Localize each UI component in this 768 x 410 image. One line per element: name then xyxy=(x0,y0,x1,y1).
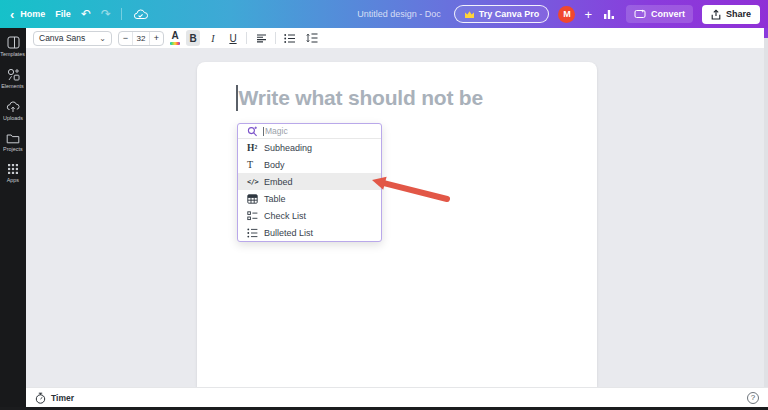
share-icon xyxy=(711,9,721,20)
share-button[interactable]: Share xyxy=(702,5,760,24)
menu-item-check-list[interactable]: Check List xyxy=(238,207,381,224)
check-list-icon xyxy=(247,211,264,221)
undo-icon[interactable]: ↶ xyxy=(81,8,91,20)
uploads-icon xyxy=(6,100,20,113)
bulleted-list-icon[interactable] xyxy=(282,30,298,46)
convert-label: Convert xyxy=(651,9,685,19)
sidebar-item-elements[interactable]: Elements xyxy=(0,68,26,89)
text-color-button[interactable]: A xyxy=(170,31,180,45)
convert-button[interactable]: Convert xyxy=(626,5,693,23)
magic-search-placeholder: Magic xyxy=(265,126,288,136)
share-label: Share xyxy=(726,9,751,19)
sidebar: Templates Elements Uploads Projects xyxy=(0,28,26,410)
text-cursor xyxy=(236,85,238,111)
templates-icon xyxy=(7,36,20,49)
help-button[interactable]: ? xyxy=(747,392,759,404)
table-icon xyxy=(247,194,264,204)
format-toolbar: Canva Sans ⌄ − 32 + A B I U xyxy=(26,28,768,48)
topbar-divider xyxy=(121,8,122,20)
insert-element-dropdown: Magic H² Subheading T Body </> Embed xyxy=(237,123,382,242)
font-size-stepper: − 32 + xyxy=(118,31,164,46)
document-canvas: Write what should not be Magic H² Subhea… xyxy=(26,48,768,387)
italic-button[interactable]: I xyxy=(206,30,220,46)
sidebar-item-label: Templates xyxy=(1,51,26,56)
font-size-decrease-button[interactable]: − xyxy=(119,32,132,45)
try-canva-pro-label: Try Canva Pro xyxy=(479,9,540,19)
insights-chart-icon[interactable] xyxy=(601,6,617,22)
magic-search-input[interactable]: Magic xyxy=(238,124,381,139)
chevron-down-icon: ⌄ xyxy=(99,34,106,43)
sidebar-item-apps[interactable]: Apps xyxy=(0,163,26,183)
text-align-icon[interactable] xyxy=(253,30,269,46)
back-chevron-icon[interactable]: ‹ xyxy=(10,8,14,21)
topbar-left-group: ‹ Home File ↶ ↷ xyxy=(0,6,148,22)
sidebar-item-label: Elements xyxy=(2,83,25,88)
document-title[interactable]: Untitled design - Doc xyxy=(357,9,441,19)
line-spacing-icon[interactable] xyxy=(304,30,320,46)
vertical-scrollbar[interactable] xyxy=(764,28,768,387)
menu-item-subheading[interactable]: H² Subheading xyxy=(238,139,381,156)
file-menu-button[interactable]: File xyxy=(55,9,71,19)
timer-icon xyxy=(35,392,46,404)
convert-icon xyxy=(634,9,646,19)
embed-code-icon: </> xyxy=(247,178,264,186)
elements-icon xyxy=(7,68,20,81)
font-size-value[interactable]: 32 xyxy=(132,32,150,45)
add-member-button[interactable]: + xyxy=(584,7,592,22)
scrollbar-thumb[interactable] xyxy=(764,28,768,38)
heading-line[interactable]: Write what should not be xyxy=(236,85,483,111)
sidebar-item-uploads[interactable]: Uploads xyxy=(0,100,26,121)
projects-icon xyxy=(6,132,20,144)
sidebar-item-label: Apps xyxy=(7,177,19,182)
canva-doc-editor: ‹ Home File ↶ ↷ Untitled design - Doc Tr… xyxy=(0,0,768,410)
sidebar-item-label: Projects xyxy=(3,146,23,151)
sidebar-item-templates[interactable]: Templates xyxy=(0,36,26,57)
timer-label: Timer xyxy=(51,393,74,403)
toolbar-divider xyxy=(275,32,276,44)
menu-item-body[interactable]: T Body xyxy=(238,156,381,173)
font-size-increase-button[interactable]: + xyxy=(150,32,163,45)
home-button[interactable]: Home xyxy=(20,9,45,19)
timer-button[interactable]: Timer xyxy=(35,392,74,404)
topbar-right-group: Untitled design - Doc Try Canva Pro M + xyxy=(357,5,768,24)
subheading-icon: H² xyxy=(247,143,264,153)
statusbar: Timer ? xyxy=(26,387,768,407)
try-canva-pro-button[interactable]: Try Canva Pro xyxy=(454,5,550,23)
body-text-icon: T xyxy=(247,159,264,170)
magic-search-icon xyxy=(247,126,258,137)
redo-icon[interactable]: ↷ xyxy=(101,8,111,20)
text-color-letter: A xyxy=(171,31,178,41)
menu-item-embed[interactable]: </> Embed xyxy=(238,173,381,190)
crown-icon xyxy=(464,10,475,19)
avatar[interactable]: M xyxy=(558,6,575,23)
menu-item-bulleted-list[interactable]: Bulleted List xyxy=(238,224,381,241)
underline-button[interactable]: U xyxy=(226,30,240,46)
topbar: ‹ Home File ↶ ↷ Untitled design - Doc Tr… xyxy=(0,0,768,28)
toolbar-divider xyxy=(246,32,247,44)
cloud-save-icon[interactable] xyxy=(132,6,148,22)
menu-item-table[interactable]: Table xyxy=(238,190,381,207)
font-family-select[interactable]: Canva Sans ⌄ xyxy=(33,31,112,46)
sidebar-item-projects[interactable]: Projects xyxy=(0,132,26,152)
search-cursor xyxy=(263,127,264,136)
bulleted-list-icon xyxy=(247,228,264,238)
bold-button[interactable]: B xyxy=(186,30,200,46)
sidebar-item-label: Uploads xyxy=(3,115,23,120)
heading-placeholder-text: Write what should not be xyxy=(239,86,483,110)
apps-icon xyxy=(7,163,19,175)
rainbow-color-bar xyxy=(170,42,180,45)
font-family-value: Canva Sans xyxy=(39,33,85,43)
